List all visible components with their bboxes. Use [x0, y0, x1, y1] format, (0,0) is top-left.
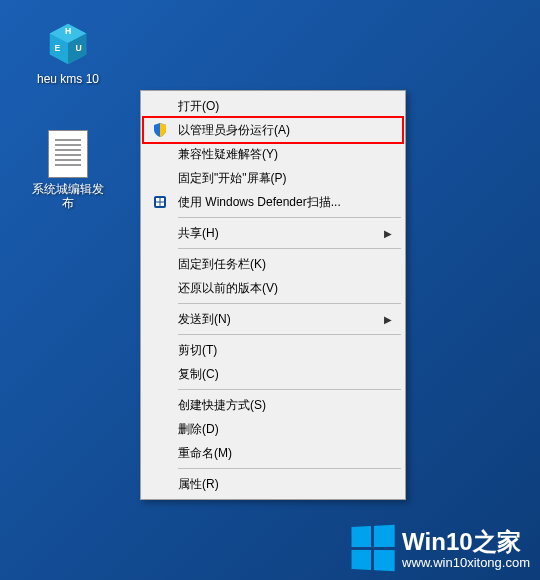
- svg-text:E: E: [55, 43, 61, 53]
- blank-icon: [150, 309, 170, 329]
- menu-item-label: 发送到(N): [178, 311, 372, 328]
- context-menu: 打开(O) 以管理员身份运行(A) 兼容性疑难解答(Y) 固定到"开始"屏幕(P…: [140, 90, 406, 500]
- menu-item-copy[interactable]: 复制(C): [144, 362, 402, 386]
- svg-text:H: H: [65, 26, 71, 36]
- windows-logo-icon: [352, 525, 395, 571]
- menu-separator: [178, 303, 401, 304]
- menu-item-label: 创建快捷方式(S): [178, 397, 372, 414]
- blank-icon: [150, 419, 170, 439]
- menu-item-label: 共享(H): [178, 225, 372, 242]
- menu-item-rename[interactable]: 重命名(M): [144, 441, 402, 465]
- menu-item-restore-prev[interactable]: 还原以前的版本(V): [144, 276, 402, 300]
- menu-item-defender-scan[interactable]: 使用 Windows Defender扫描...: [144, 190, 402, 214]
- blank-icon: [150, 96, 170, 116]
- menu-separator: [178, 389, 401, 390]
- chevron-right-icon: ▶: [384, 314, 392, 325]
- menu-separator: [178, 468, 401, 469]
- menu-item-pin-taskbar[interactable]: 固定到任务栏(K): [144, 252, 402, 276]
- blank-icon: [150, 278, 170, 298]
- menu-item-send-to[interactable]: 发送到(N) ▶: [144, 307, 402, 331]
- menu-item-label: 使用 Windows Defender扫描...: [178, 194, 372, 211]
- desktop-icon-heu-kms[interactable]: H E U heu kms 10: [30, 20, 106, 86]
- menu-item-properties[interactable]: 属性(R): [144, 472, 402, 496]
- watermark-title: Win10之家: [402, 528, 520, 555]
- blank-icon: [150, 443, 170, 463]
- menu-item-label: 复制(C): [178, 366, 372, 383]
- menu-item-create-shortcut[interactable]: 创建快捷方式(S): [144, 393, 402, 417]
- svg-rect-9: [156, 203, 160, 207]
- menu-item-label: 还原以前的版本(V): [178, 280, 372, 297]
- desktop-icon-label: 系统城编辑发布: [30, 182, 106, 211]
- defender-icon: [150, 192, 170, 212]
- menu-item-compat-troubleshoot[interactable]: 兼容性疑难解答(Y): [144, 142, 402, 166]
- menu-item-label: 打开(O): [178, 98, 372, 115]
- blank-icon: [150, 395, 170, 415]
- blank-icon: [150, 364, 170, 384]
- svg-rect-7: [156, 198, 160, 202]
- watermark: Win10之家 www.win10xitong.com: [350, 526, 530, 570]
- blank-icon: [150, 168, 170, 188]
- menu-item-cut[interactable]: 剪切(T): [144, 338, 402, 362]
- blank-icon: [150, 223, 170, 243]
- menu-item-label: 固定到"开始"屏幕(P): [178, 170, 372, 187]
- text-file-icon: [44, 130, 92, 178]
- menu-separator: [178, 334, 401, 335]
- menu-item-label: 重命名(M): [178, 445, 372, 462]
- blank-icon: [150, 340, 170, 360]
- menu-item-label: 兼容性疑难解答(Y): [178, 146, 372, 163]
- svg-text:U: U: [75, 43, 81, 53]
- menu-item-label: 属性(R): [178, 476, 372, 493]
- svg-rect-8: [161, 198, 165, 202]
- heu-kms-icon: H E U: [44, 20, 92, 68]
- watermark-text: Win10之家 www.win10xitong.com: [402, 526, 530, 570]
- svg-rect-6: [154, 196, 166, 208]
- watermark-url: www.win10xitong.com: [402, 555, 530, 570]
- menu-item-run-as-admin[interactable]: 以管理员身份运行(A): [144, 118, 402, 142]
- blank-icon: [150, 254, 170, 274]
- chevron-right-icon: ▶: [384, 228, 392, 239]
- menu-item-open[interactable]: 打开(O): [144, 94, 402, 118]
- menu-item-pin-start[interactable]: 固定到"开始"屏幕(P): [144, 166, 402, 190]
- desktop[interactable]: H E U heu kms 10 系统城编辑发布 打开(O) 以管理员身份运行(: [0, 0, 540, 580]
- menu-item-delete[interactable]: 删除(D): [144, 417, 402, 441]
- shield-icon: [150, 120, 170, 140]
- menu-item-label: 固定到任务栏(K): [178, 256, 372, 273]
- menu-separator: [178, 248, 401, 249]
- menu-item-label: 以管理员身份运行(A): [178, 122, 372, 139]
- blank-icon: [150, 144, 170, 164]
- menu-item-label: 删除(D): [178, 421, 372, 438]
- menu-separator: [178, 217, 401, 218]
- desktop-icon-txt-file[interactable]: 系统城编辑发布: [30, 130, 106, 211]
- menu-item-label: 剪切(T): [178, 342, 372, 359]
- desktop-icon-label: heu kms 10: [30, 72, 106, 86]
- blank-icon: [150, 474, 170, 494]
- menu-item-share[interactable]: 共享(H) ▶: [144, 221, 402, 245]
- svg-rect-10: [161, 203, 165, 207]
